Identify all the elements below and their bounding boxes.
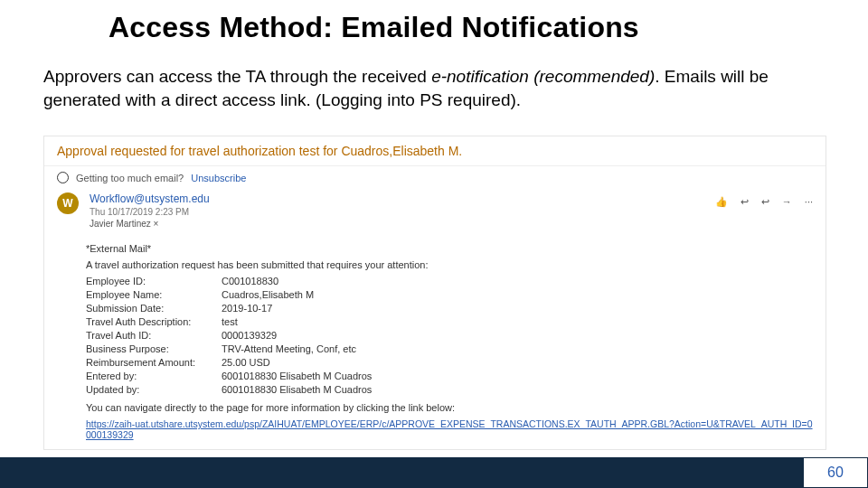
field-label: Reimbursement Amount: [86, 357, 222, 368]
unsubscribe-bar: Getting too much email? Unsubscribe [44, 166, 826, 189]
intro-part1: Approvers can access the TA through the … [43, 67, 431, 86]
nav-text: You can navigate directly to the page fo… [86, 402, 813, 413]
intro-emphasis: e-notification (recommended) [431, 67, 655, 86]
field-label: Travel Auth ID: [86, 330, 222, 341]
field-label: Business Purpose: [86, 343, 222, 354]
slide: Access Method: Emailed Notifications App… [0, 0, 868, 488]
email-header: W Workflow@utsystem.edu Thu 10/17/2019 2… [44, 189, 826, 238]
intro-text: Approvers can access the TA through the … [43, 65, 821, 111]
email-subject: Approval requested for travel authorizat… [44, 136, 826, 166]
from-address[interactable]: Workflow@utsystem.edu [90, 192, 210, 205]
more-icon[interactable]: ··· [805, 196, 813, 208]
email-body: *External Mail* A travel authorization r… [44, 243, 826, 449]
field-label: Submission Date: [86, 303, 222, 314]
field-label: Employee ID: [86, 276, 222, 286]
slide-footer [0, 457, 868, 488]
email-preview: Approval requested for travel authorizat… [43, 136, 826, 450]
field-value: TRV-Attend Meeting, Conf, etc [222, 343, 813, 354]
unsubscribe-link[interactable]: Unsubscribe [191, 173, 246, 183]
field-label: Updated by: [86, 384, 222, 395]
bullet-icon [57, 172, 69, 183]
page-number: 60 [803, 457, 868, 488]
field-value: 0000139329 [222, 330, 813, 341]
field-value: test [222, 316, 813, 327]
external-flag: *External Mail* [86, 243, 813, 254]
forward-icon[interactable]: → [782, 196, 792, 208]
field-value: 6001018830 Elisabeth M Cuadros [222, 371, 813, 381]
to-recipient: Javier Martinez × [90, 219, 210, 229]
field-label: Entered by: [86, 371, 222, 381]
slide-title: Access Method: Emailed Notifications [108, 11, 639, 44]
reply-all-icon[interactable]: ↩ [761, 196, 769, 208]
email-actions: 👍 ↩ ↩ → ··· [715, 192, 813, 208]
field-value: 6001018830 Elisabeth M Cuadros [222, 384, 813, 395]
like-icon[interactable]: 👍 [715, 196, 728, 208]
lead-text: A travel authorization request has been … [86, 259, 813, 270]
sender-block: Workflow@utsystem.edu Thu 10/17/2019 2:2… [90, 192, 210, 229]
field-value: Cuadros,Elisabeth M [222, 289, 813, 300]
unsub-text: Getting too much email? [76, 173, 184, 183]
field-value: 25.00 USD [222, 357, 813, 368]
reply-icon[interactable]: ↩ [741, 196, 749, 208]
avatar: W [57, 192, 79, 214]
direct-link[interactable]: https://zaih-uat.utshare.utsystem.edu/ps… [86, 418, 813, 440]
field-value: C001018830 [222, 276, 813, 286]
field-value: 2019-10-17 [222, 303, 813, 314]
field-label: Travel Auth Description: [86, 316, 222, 327]
sent-datetime: Thu 10/17/2019 2:23 PM [90, 207, 210, 217]
detail-fields: Employee ID:C001018830 Employee Name:Cua… [86, 276, 813, 395]
field-label: Employee Name: [86, 289, 222, 300]
